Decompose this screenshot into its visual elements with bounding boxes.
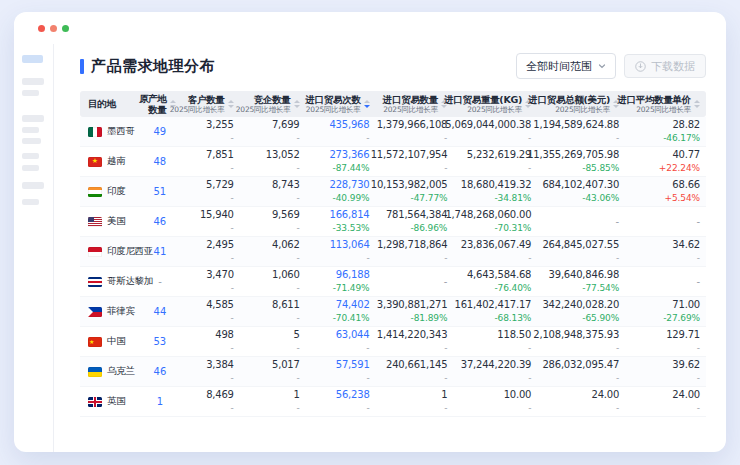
metric-growth: - [231,283,234,294]
metric-value: 264,845,027.55 [542,239,619,251]
metric-growth: - [697,373,700,384]
metric-growth: - [697,343,700,354]
metric-value[interactable]: 166,814 [330,209,370,221]
metric-cell: 5,729- [182,177,240,206]
download-data-button[interactable]: 下载数据 [624,54,706,78]
metric-value: 5 [293,329,299,341]
sort-desc-icon[interactable] [228,105,234,108]
metric-growth: - [231,253,234,264]
metric-value[interactable]: 273,366 [329,149,369,161]
metric-value[interactable]: 56,238 [336,389,370,401]
sort-carets-icon[interactable] [694,100,700,108]
metric-value: 4,585 [206,299,234,311]
column-header-3[interactable]: 竞企数量2025同比增长率 [240,91,306,117]
metric-cell: 273,366-87.44% [306,147,376,176]
time-range-value: 全部时间范围 [526,59,592,74]
sort-carets-icon[interactable] [294,100,300,108]
column-header-8[interactable]: 进口平均数量单价2025同比增长率 [625,91,706,117]
metric-value[interactable]: 96,188 [336,269,370,281]
metric-growth: - [231,403,234,414]
metric-cell: 63,044- [306,327,376,356]
sort-asc-icon[interactable] [228,100,234,103]
flag-ph-icon [88,307,102,317]
metric-cell: 1- [240,387,306,416]
origin-count-value[interactable]: 1 [157,396,163,407]
column-header-text: 客户数量2025同比增长率 [170,94,225,115]
table-row: 英国18,469-1-56,238-1-10.00-24.00-24.00- [80,387,706,417]
header-controls: 全部时间范围 下载数据 [516,53,706,79]
destination-cell: 墨西哥 [80,117,146,146]
sort-asc-icon[interactable] [364,100,370,103]
destination-name: 菲律宾 [107,305,135,318]
origin-count-value[interactable]: 53 [153,336,166,347]
sort-desc-icon[interactable] [364,105,370,108]
metric-growth: -65.90% [582,313,619,324]
metric-cell: 11,355,269,705.98-85.85% [537,147,625,176]
sort-carets-icon[interactable] [364,100,370,108]
column-label: 竞企数量 [236,94,291,105]
table-row: 印度尼西亚412,495-4,062-113,064-1,298,718,864… [80,237,706,267]
metric-value: 1,414,220,343 [377,329,448,341]
column-header-2[interactable]: 客户数量2025同比增长率 [182,91,240,117]
empty-value: - [696,216,700,227]
sort-asc-icon[interactable] [294,100,300,103]
metric-cell: - [537,207,625,236]
sidebar-placeholder-item [22,127,39,133]
metric-cell: 39,640,846.98-77.54% [537,267,625,296]
metric-value[interactable]: 57,591 [336,359,370,371]
metric-cell: 228,730-40.99% [306,177,376,206]
sort-carets-icon[interactable] [228,100,234,108]
metric-value[interactable]: 435,968 [329,119,369,131]
origin-count-value[interactable]: 41 [154,246,167,257]
metric-cell: 4,643,584.68-76.40% [453,267,537,296]
table-body: 墨西哥493,255-7,699-435,968-1,379,966,108-5… [80,117,706,417]
sidebar-item-active [22,55,43,63]
metric-value: 240,661,145 [386,359,447,371]
origin-count-value[interactable]: 46 [153,216,166,227]
origin-count-cell: 48 [146,147,182,176]
origin-count-value[interactable]: 48 [153,156,166,167]
metric-cell: 118.50- [453,327,537,356]
origin-count-value[interactable]: 46 [154,366,167,377]
sort-asc-icon[interactable] [694,100,700,103]
metric-growth: - [231,373,234,384]
sort-desc-icon[interactable] [294,105,300,108]
metric-value[interactable]: 74,402 [336,299,370,311]
chevron-down-icon [598,62,606,70]
column-header-4[interactable]: 进口贸易次数2025同比增长率 [306,91,376,117]
page-title-text: 产品需求地理分布 [91,57,215,76]
metric-value[interactable]: 113,064 [330,239,370,251]
metric-cell: 39.62- [625,357,706,386]
column-header-6[interactable]: 进口贸易重量(KG)2025同比增长率 [453,91,537,117]
metric-growth: -43.06% [582,193,619,204]
time-range-select[interactable]: 全部时间范围 [516,53,616,79]
sort-desc-icon[interactable] [694,105,700,108]
metric-growth: - [231,313,234,324]
column-header-7[interactable]: 进口贸易总额(美元)2025同比增长率 [537,91,625,117]
metric-value: 498 [215,329,234,341]
column-header-0: 目的地 [80,91,146,117]
metric-growth: - [297,253,300,264]
column-header-5[interactable]: 进口贸易数量2025同比增长率 [376,91,453,117]
metric-growth: -86.96% [410,223,447,234]
metric-value: 28.82 [672,119,700,131]
metric-value: 1 [441,389,447,401]
metric-growth: -81.89% [411,313,448,324]
origin-count-value[interactable]: 51 [153,186,166,197]
destination-name: 中国 [107,335,125,348]
metric-value: 8,743 [272,179,300,191]
column-label: 进口平均数量单价 [617,94,691,105]
sidebar-placeholder-item [22,138,41,144]
metric-value[interactable]: 228,730 [330,179,370,191]
origin-count-value[interactable]: 49 [153,126,166,137]
maximize-window-icon [62,25,69,32]
column-header-text: 进口贸易重量(KG)2025同比增长率 [444,94,522,115]
origin-count-value[interactable]: 44 [154,306,167,317]
metric-value: 3,255 [206,119,234,131]
metric-value[interactable]: 63,044 [336,329,370,341]
metric-value: 4,643,584.68 [467,269,531,281]
column-sublabel: 2025同比增长率 [236,105,291,114]
column-label: 目的地 [88,98,116,109]
metric-value: 1,298,718,864 [377,239,448,251]
metric-cell: 68.66+5.54% [625,177,706,206]
